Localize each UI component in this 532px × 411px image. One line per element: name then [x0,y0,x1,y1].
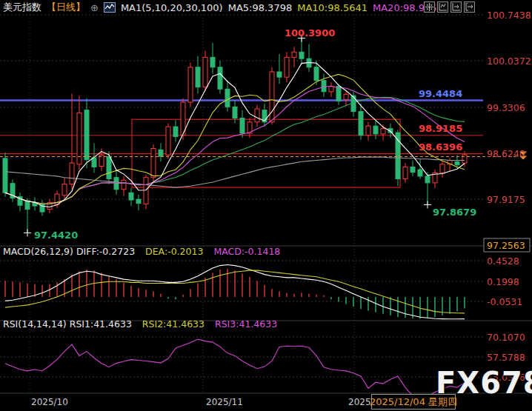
candle-body [107,156,111,178]
candle-body [159,150,163,156]
candle-body [292,52,296,57]
time-label-october: 2025/10 [31,397,68,407]
candle-body [173,127,178,136]
candle-body [122,180,126,189]
ma10-value: MA10:98.5641 [297,2,368,13]
candle-body [3,158,7,193]
candle-body [270,72,274,122]
y-axis-tick: 99.3306 [487,102,525,113]
ma-settings-label: MA1(5,10,20,30,100) [121,2,223,13]
price-chart[interactable]: 100.7438100.037299.330698.624097.91750.4… [0,0,532,411]
candle-body [418,170,422,176]
candle-body [336,87,341,101]
axis-zoom-icon[interactable] [437,1,448,13]
macd-dea-value: DEA:-0.2013 [145,246,203,257]
candle-body [299,52,304,59]
candle-body [314,67,319,81]
boxed-axis-label-text: 97.2563 [487,240,525,251]
candle-body [136,199,141,203]
candle-body [196,67,200,87]
price-line-label: 99.4484 [419,88,462,99]
candle-body [359,112,363,136]
axis-pan-icon[interactable] [450,1,462,13]
candle-body [129,193,133,200]
rsi1-value: RSI(14,14,14) RSI1:41.4633 [3,318,132,330]
candle-body [403,167,408,178]
candle-body [188,67,193,102]
candle-body [366,126,370,135]
price-line-label: 98.9185 [419,123,462,134]
candle-body [210,57,215,67]
candle-body [92,158,96,167]
candle-body [25,201,30,210]
crosshair-move-icon[interactable] [424,1,435,13]
candle-body [285,57,289,77]
candle-body [203,57,207,87]
y-axis-tick: 98.6240 [487,148,525,159]
price-line-label: 98.6396 [419,141,462,153]
candle-body [218,67,222,89]
macd-diff-value: MACD(26,12,9) DIFF:-0.2723 [3,246,135,257]
candle-body [151,148,156,177]
trading-app-window: 100.7438100.037299.330698.624097.91750.4… [0,0,532,411]
panel-exit-icon[interactable] [464,1,475,13]
macd-axis-tick: 0.4528 [487,255,519,267]
candle-body [462,155,467,163]
rsi3-value: RSI3:41.4633 [215,318,277,330]
candle-body [329,87,333,92]
candle-body [240,118,245,133]
macd-axis-tick: -0.0531 [487,296,522,307]
candle-body [381,129,385,134]
candle-body [410,167,415,172]
y-axis-tick: 100.0372 [487,56,531,67]
candle-body [255,109,259,122]
candle-body [344,94,348,99]
candle-body [233,107,237,118]
add-circle-icon[interactable]: ⊕ [90,3,99,13]
candle-body [225,89,230,107]
candle-body [166,127,170,155]
y-axis-tick: 97.9175 [487,194,525,205]
candle-body [440,164,445,173]
symbol-name: 美元指数 [3,1,41,14]
candle-body [277,72,282,77]
extreme-price-label: 100.3900 [285,27,335,39]
time-label-november: 2025/11 [206,397,243,407]
candle-body [62,184,67,196]
candle-body [322,81,326,92]
rsi2-value: RSI2:41.4633 [142,318,205,330]
current-date-badge: 2025/12/04 星期四 [371,394,456,410]
candle-body [373,126,378,134]
mini-chart-icon[interactable] [104,2,116,13]
extreme-price-label: 97.4420 [34,230,78,241]
ma5-value: MA5:98.3798 [228,2,293,13]
macd-macd-value: MACD:-0.1418 [213,246,280,257]
chart-toolbar [424,1,475,13]
candle-body [425,176,430,183]
candle-body [144,178,148,204]
candle-body [84,110,89,160]
macd-indicator-row: MACD(26,12,9) DIFF:-0.2723 DEA:-0.2013 M… [3,246,287,257]
rsi-axis-tick: 57.5788 [487,352,525,363]
rsi-axis-tick: 70.1070 [487,332,525,343]
candle-body [455,161,459,164]
rsi-indicator-row: RSI(14,14,14) RSI1:41.4633 RSI2:41.4633 … [3,318,285,330]
extreme-price-label: 97.8679 [433,207,476,218]
rsi-line [5,339,465,397]
period-label: 【日线】 [47,1,85,14]
macd-axis-tick: 0.1998 [487,276,519,287]
candle-body [70,163,74,184]
